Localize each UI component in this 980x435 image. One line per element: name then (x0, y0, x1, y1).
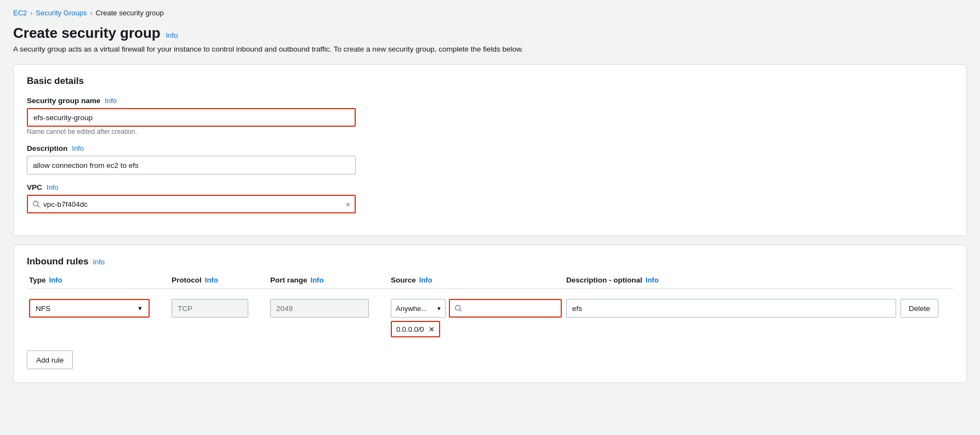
protocol-cell: TCP (169, 299, 268, 318)
source-cidr-value: 0.0.0.0/0 (396, 325, 424, 334)
vpc-input-wrapper[interactable]: × (27, 195, 356, 213)
breadcrumb-ec2[interactable]: EC2 (13, 9, 27, 17)
source-search-input[interactable] (464, 304, 556, 313)
page-title: Create security group (13, 25, 161, 42)
source-wrapper: Anywhe... ▼ 0.0.0.0/0 (391, 299, 562, 337)
col-desc-label: Description - optional (566, 276, 642, 284)
col-port-info[interactable]: Info (311, 276, 324, 284)
col-source-info[interactable]: Info (419, 276, 432, 284)
col-header-protocol: Protocol Info (169, 276, 268, 284)
vpc-search-icon (32, 200, 40, 208)
col-header-type: Type Info (27, 276, 169, 284)
breadcrumb-sep-1: › (30, 9, 32, 17)
desc-info-link[interactable]: Info (72, 144, 84, 152)
svg-line-1 (38, 206, 39, 207)
description-input[interactable] (27, 156, 356, 174)
source-dropdown-arrow-icon: ▼ (433, 306, 445, 312)
col-header-desc: Description - optional Info (564, 276, 898, 284)
source-dropdown-value: Anywhe... (391, 304, 433, 313)
page-description: A security group acts as a virtual firew… (13, 45, 967, 53)
basic-details-title: Basic details (27, 76, 953, 87)
vpc-text-input[interactable] (43, 200, 342, 208)
col-header-port: Port range Info (268, 276, 389, 284)
basic-details-card: Basic details Security group name Info N… (13, 64, 967, 236)
col-protocol-label: Protocol (172, 276, 202, 284)
source-search-box[interactable] (449, 299, 562, 318)
svg-line-3 (460, 310, 461, 312)
col-type-info[interactable]: Info (49, 276, 62, 284)
port-value: 2049 (270, 299, 369, 318)
source-dropdown[interactable]: Anywhe... ▼ (391, 299, 446, 318)
source-cidr-close-icon[interactable]: ✕ (429, 325, 435, 334)
inbound-rules-info-link[interactable]: Info (93, 258, 105, 266)
source-search-icon (454, 304, 462, 312)
col-header-action (898, 276, 953, 284)
desc-label: Description (27, 144, 67, 152)
description-field: Description Info (27, 144, 953, 174)
type-cell: NFS ▼ (27, 299, 169, 318)
source-cidr-tag: 0.0.0.0/0 ✕ (391, 321, 440, 337)
name-input[interactable] (27, 108, 356, 127)
name-info-link[interactable]: Info (105, 97, 117, 105)
port-cell: 2049 (268, 299, 389, 318)
type-dropdown[interactable]: NFS ▼ (29, 299, 150, 318)
vpc-field: VPC Info × (27, 183, 953, 213)
breadcrumb-security-groups[interactable]: Security Groups (36, 9, 87, 17)
name-label: Security group name (27, 97, 100, 105)
vpc-label: VPC (27, 183, 42, 191)
col-header-source: Source Info (389, 276, 564, 284)
type-dropdown-arrow-icon: ▼ (132, 305, 149, 312)
desc-cell (564, 299, 898, 318)
col-desc-info[interactable]: Info (646, 276, 659, 284)
add-rule-button[interactable]: Add rule (27, 351, 73, 369)
col-protocol-info[interactable]: Info (205, 276, 218, 284)
breadcrumb: EC2 › Security Groups › Create security … (13, 9, 967, 17)
col-port-label: Port range (270, 276, 307, 284)
source-top: Anywhe... ▼ (391, 299, 562, 318)
inbound-rules-card: Inbound rules Info Type Info Protocol In… (13, 245, 967, 383)
col-type-label: Type (29, 276, 46, 284)
delete-rule-button[interactable]: Delete (901, 299, 938, 318)
col-source-label: Source (391, 276, 416, 284)
vpc-clear-button[interactable]: × (345, 200, 350, 209)
protocol-value: TCP (172, 299, 248, 318)
rules-table-header: Type Info Protocol Info Port range Info … (27, 276, 953, 289)
breadcrumb-current: Create security group (96, 9, 164, 17)
table-row: NFS ▼ TCP 2049 Anywhe... ▼ (27, 295, 953, 342)
name-hint: Name cannot be edited after creation. (27, 128, 953, 135)
delete-cell: Delete (898, 299, 953, 318)
description-optional-input[interactable] (566, 299, 896, 318)
inbound-rules-title: Inbound rules (27, 256, 88, 267)
page-info-link[interactable]: Info (166, 31, 178, 39)
vpc-info-link[interactable]: Info (47, 183, 59, 191)
source-cell: Anywhe... ▼ 0.0.0.0/0 (389, 299, 564, 337)
type-dropdown-value: NFS (30, 304, 132, 313)
name-field: Security group name Info Name cannot be … (27, 97, 953, 135)
breadcrumb-sep-2: › (90, 9, 93, 17)
